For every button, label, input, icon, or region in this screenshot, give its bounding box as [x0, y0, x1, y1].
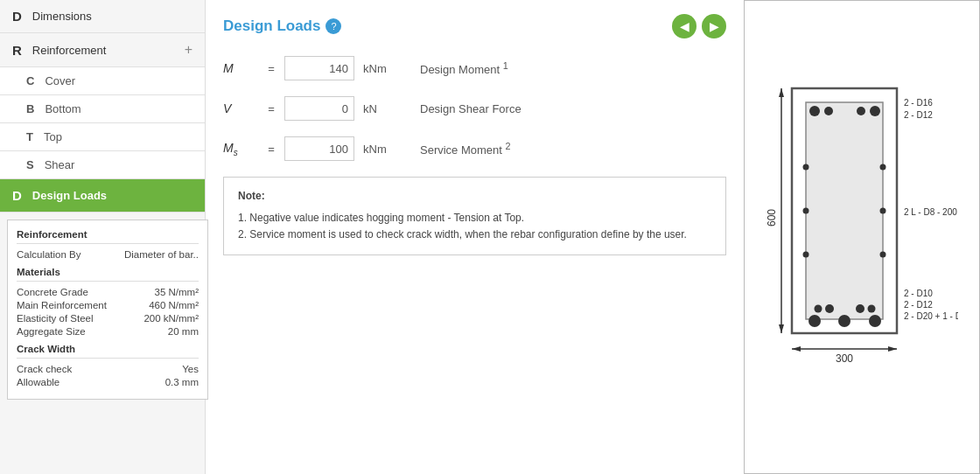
shear-symbol: V: [223, 101, 258, 115]
sidebar-item-cover[interactable]: C Cover: [0, 67, 205, 95]
main-reinf-label: Main Reinforcement: [17, 300, 107, 310]
crack-check-label: Crack check: [17, 364, 72, 374]
loads-header: Design Loads ? ◀ ▶: [223, 14, 726, 38]
svg-point-14: [803, 208, 809, 214]
next-button[interactable]: ▶: [702, 14, 726, 38]
aggregate-val: 20 mm: [168, 326, 199, 337]
service-moment-label: Service Moment 2: [420, 141, 511, 157]
note-box: Note: 1. Negative value indicates hoggin…: [223, 177, 726, 255]
calc-by-val: Diameter of bar..: [124, 249, 199, 260]
svg-point-13: [803, 164, 809, 171]
crack-check-val: Yes: [182, 364, 199, 374]
service-moment-symbol: Ms: [223, 141, 258, 157]
sidebar-item-dimensions[interactable]: D Dimensions: [0, 0, 205, 33]
shear-input[interactable]: [284, 96, 354, 121]
svg-point-10: [808, 315, 821, 327]
svg-point-4: [824, 107, 833, 115]
loads-title: Design Loads: [223, 17, 320, 35]
svg-marker-25: [888, 346, 897, 352]
calc-by-label: Calculation By: [17, 249, 81, 260]
reinforcement-section-title: Reinforcement: [17, 229, 199, 244]
allowable-label: Allowable: [17, 377, 60, 387]
svg-point-11: [838, 315, 850, 327]
moment-input[interactable]: [284, 56, 354, 80]
moment-unit: kNm: [363, 62, 411, 75]
svg-text:2 - D10: 2 - D10: [904, 289, 933, 298]
svg-point-6: [815, 305, 822, 313]
note-title: Note:: [238, 188, 711, 205]
svg-marker-24: [792, 346, 801, 352]
svg-point-16: [880, 164, 886, 171]
moment-equals: =: [258, 62, 284, 75]
service-moment-input[interactable]: [284, 136, 354, 161]
svg-point-12: [869, 315, 881, 327]
svg-text:2 - D16: 2 - D16: [904, 98, 933, 108]
moment-symbol: M: [223, 61, 258, 75]
svg-point-9: [856, 304, 864, 313]
main-content: Design Loads ? ◀ ▶ M = kNm Design Moment…: [206, 0, 744, 474]
svg-rect-1: [806, 102, 883, 319]
svg-point-5: [857, 107, 865, 115]
concrete-grade-val: 35 N/mm²: [155, 287, 199, 297]
svg-text:2 - D20 + 1 - D16: 2 - D20 + 1 - D16: [904, 311, 958, 321]
main-reinf-val: 460 N/mm²: [149, 300, 199, 310]
svg-text:300: 300: [836, 352, 853, 365]
aggregate-label: Aggregate Size: [17, 326, 86, 337]
service-moment-equals: =: [258, 143, 284, 156]
svg-point-7: [868, 305, 876, 313]
materials-section-title: Materials: [17, 267, 199, 282]
svg-marker-21: [779, 324, 784, 333]
shear-label: Design Shear Force: [420, 102, 522, 115]
note-1: 1. Negative value indicates hogging mome…: [238, 210, 711, 227]
add-reinforcement-icon[interactable]: +: [185, 42, 192, 58]
svg-point-3: [870, 106, 880, 116]
sidebar-item-top[interactable]: T Top: [0, 123, 205, 151]
prev-button[interactable]: ◀: [672, 14, 696, 38]
crack-section-title: Crack Width: [17, 344, 199, 359]
svg-text:2 L - D8 - 200: 2 L - D8 - 200: [904, 207, 957, 217]
shear-row: V = kN Design Shear Force: [223, 96, 726, 121]
service-moment-unit: kNm: [363, 143, 411, 156]
sidebar-item-reinforcement[interactable]: R Reinforcement +: [0, 33, 205, 67]
svg-text:2 - D12: 2 - D12: [904, 110, 933, 120]
svg-point-8: [825, 304, 834, 313]
svg-text:600: 600: [766, 209, 778, 227]
sidebar-item-design-loads[interactable]: D Design Loads: [0, 179, 205, 213]
svg-point-15: [803, 252, 809, 258]
svg-marker-20: [779, 88, 784, 97]
sidebar: D Dimensions R Reinforcement + C Cover B…: [0, 0, 206, 474]
moment-row: M = kNm Design Moment 1: [223, 56, 726, 80]
elasticity-label: Elasticity of Steel: [17, 313, 94, 324]
beam-diagram: 600 300 2 - D16 2 - D12 2 L - D8 - 200 2…: [766, 80, 958, 394]
note-2: 2. Service moment is used to check crack…: [238, 227, 711, 243]
svg-point-17: [880, 208, 886, 214]
service-moment-row: Ms = kNm Service Moment 2: [223, 136, 726, 161]
info-panel: Reinforcement Calculation By Diameter of…: [7, 220, 208, 400]
nav-arrows: ◀ ▶: [672, 14, 726, 38]
diagram-panel: 600 300 2 - D16 2 - D12 2 L - D8 - 200 2…: [744, 0, 980, 474]
sidebar-item-bottom[interactable]: B Bottom: [0, 95, 205, 123]
sidebar-item-shear[interactable]: S Shear: [0, 151, 205, 179]
svg-point-2: [809, 106, 820, 116]
svg-point-18: [880, 252, 886, 258]
elasticity-val: 200 kN/mm²: [144, 313, 199, 324]
moment-label: Design Moment 1: [420, 60, 508, 76]
help-icon[interactable]: ?: [326, 18, 341, 34]
shear-equals: =: [258, 102, 284, 115]
allowable-val: 0.3 mm: [165, 377, 199, 387]
svg-text:2 - D12: 2 - D12: [904, 300, 933, 310]
shear-unit: kN: [363, 102, 411, 115]
concrete-grade-label: Concrete Grade: [17, 287, 88, 297]
